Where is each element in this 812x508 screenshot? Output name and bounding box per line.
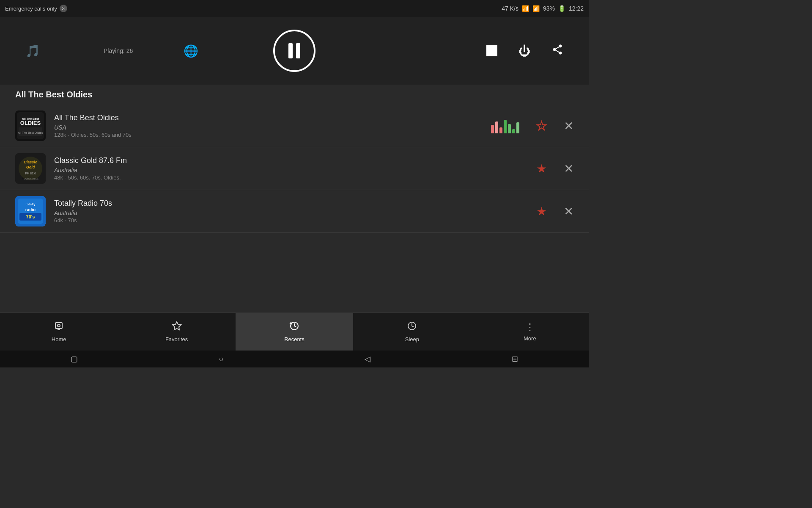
sleep-label: Sleep [405, 336, 419, 342]
favorites-label: Favorites [165, 336, 188, 342]
nav-more[interactable]: ⋮ More [471, 313, 589, 351]
android-nav-bar: ▢ ○ ◁ ⊟ [0, 351, 589, 367]
stop-icon [486, 45, 497, 56]
station-desc-1: 128k - Oldies. 50s. 60s and 70s [54, 132, 491, 138]
star-icon-3: ★ [536, 205, 547, 218]
notification-badge: 3 [60, 5, 67, 12]
favorite-button-1[interactable]: ★ [536, 119, 547, 133]
home-icon [54, 321, 64, 334]
svg-text:radio: radio [25, 207, 36, 212]
equalizer-1 [491, 118, 519, 133]
station-actions-1: ★ ✕ [491, 118, 573, 133]
clock: 12:22 [569, 5, 584, 12]
music-note-button[interactable]: 🎵 [25, 44, 40, 58]
station-info-2: Classic Gold 87.6 Fm Australia 48k - 50s… [54, 156, 536, 181]
svg-rect-18 [55, 323, 62, 329]
station-country-2: Australia [54, 167, 536, 174]
station-name-3: Totally Radio 70s [54, 199, 536, 208]
svg-text:TOWNSVILLE: TOWNSVILLE [22, 177, 39, 180]
sleep-icon [407, 321, 417, 334]
music-note-icon: 🎵 [25, 44, 40, 58]
more-label: More [524, 335, 536, 342]
close-icon-1: ✕ [564, 119, 573, 133]
remove-button-2[interactable]: ✕ [564, 162, 573, 176]
station-desc-2: 48k - 50s. 60s. 70s. Oldies. [54, 174, 536, 181]
emergency-calls-text: Emergency calls only [5, 6, 57, 12]
bottom-nav: Home Favorites Recents Sleep ⋮ [0, 312, 589, 351]
nav-sleep[interactable]: Sleep [353, 313, 471, 351]
android-back-button[interactable]: ◁ [365, 354, 370, 364]
share-icon [551, 44, 563, 58]
favorites-icon [172, 321, 182, 334]
gold-logo-svg: Classic Gold FM 87.6 TOWNSVILLE [15, 153, 46, 184]
close-icon-2: ✕ [564, 162, 573, 175]
oldies-logo-svg: All The Best OLDIES All The Best Oldies [15, 110, 46, 141]
wifi-icon: 📶 [532, 5, 540, 12]
station-desc-3: 64k - 70s [54, 217, 536, 224]
nav-recents[interactable]: Recents [236, 313, 353, 351]
home-label: Home [52, 336, 66, 342]
battery-icon: 🔋 [558, 5, 565, 12]
station-info-3: Totally Radio 70s Australia 64k - 70s [54, 199, 536, 224]
station-actions-2: ★ ✕ [536, 162, 573, 176]
station-country-3: Australia [54, 210, 536, 216]
android-menu-button[interactable]: ⊟ [512, 354, 518, 364]
remove-button-1[interactable]: ✕ [564, 119, 573, 133]
top-controls: 🎵 Playing: 26 🌐 ⏻ [0, 17, 589, 85]
close-icon-3: ✕ [564, 205, 573, 218]
top-right-controls: ⏻ [486, 44, 563, 58]
bluetooth-icon: 📶 [522, 5, 529, 12]
70s-logo: totally radio 70's [15, 196, 46, 226]
globe-button[interactable]: 🌐 [184, 44, 198, 58]
favorite-button-2[interactable]: ★ [536, 162, 547, 176]
station-name-2: Classic Gold 87.6 Fm [54, 156, 536, 165]
station-item-3[interactable]: totally radio 70's Totally Radio 70s Aus… [0, 190, 589, 233]
svg-point-19 [58, 324, 60, 327]
favorite-button-3[interactable]: ★ [536, 204, 547, 218]
station-logo-2: Classic Gold FM 87.6 TOWNSVILLE [15, 153, 46, 184]
svg-rect-20 [58, 329, 60, 330]
stop-button[interactable] [486, 45, 497, 56]
power-button[interactable]: ⏻ [518, 44, 530, 58]
station-logo-1: All The Best OLDIES All The Best Oldies [15, 110, 46, 141]
svg-text:totally: totally [25, 202, 36, 206]
android-recents-icon: ▢ [71, 355, 78, 363]
globe-icon: 🌐 [184, 44, 198, 58]
svg-text:FM 87.6: FM 87.6 [25, 172, 36, 175]
android-back-icon: ◁ [365, 355, 370, 363]
station-item[interactable]: All The Best OLDIES All The Best Oldies … [0, 105, 589, 147]
recents-label: Recents [284, 336, 304, 342]
station-actions-3: ★ ✕ [536, 204, 573, 218]
nav-favorites[interactable]: Favorites [118, 313, 235, 351]
speed-indicator: 47 K/s [502, 5, 518, 12]
station-list: All The Best OLDIES All The Best Oldies … [0, 105, 589, 233]
station-logo-3: totally radio 70's [15, 196, 46, 226]
star-icon-1: ★ [536, 119, 547, 133]
top-left-controls: 🎵 Playing: 26 🌐 [25, 44, 198, 58]
station-info-1: All The Best Oldies USA 128k - Oldies. 5… [54, 113, 491, 138]
android-recents-button[interactable]: ▢ [71, 354, 78, 364]
status-right: 47 K/s 📶 📶 93% 🔋 12:22 [502, 5, 584, 12]
svg-text:All The Best Oldies: All The Best Oldies [18, 131, 43, 134]
battery-level: 93% [543, 5, 555, 12]
share-button[interactable] [551, 44, 563, 58]
now-playing-title: All The Best Oldies [0, 85, 589, 105]
android-home-button[interactable]: ○ [219, 355, 224, 364]
star-icon-2: ★ [536, 162, 547, 175]
station-item-2[interactable]: Classic Gold FM 87.6 TOWNSVILLE Classic … [0, 147, 589, 190]
playing-info: Playing: 26 [91, 47, 133, 55]
svg-text:Gold: Gold [26, 165, 35, 169]
status-bar: Emergency calls only 3 47 K/s 📶 📶 93% 🔋 … [0, 0, 589, 17]
pause-button[interactable] [273, 30, 315, 72]
android-menu-icon: ⊟ [512, 355, 518, 363]
70s-logo-svg: totally radio 70's [15, 196, 46, 226]
recents-icon [289, 321, 299, 334]
svg-text:Classic: Classic [24, 160, 37, 164]
remove-button-3[interactable]: ✕ [564, 204, 573, 218]
android-home-icon: ○ [219, 355, 224, 363]
nav-home[interactable]: Home [0, 313, 118, 351]
svg-text:OLDIES: OLDIES [20, 120, 41, 126]
svg-text:70's: 70's [26, 214, 35, 219]
more-icon: ⋮ [525, 322, 535, 333]
svg-marker-21 [173, 322, 181, 330]
